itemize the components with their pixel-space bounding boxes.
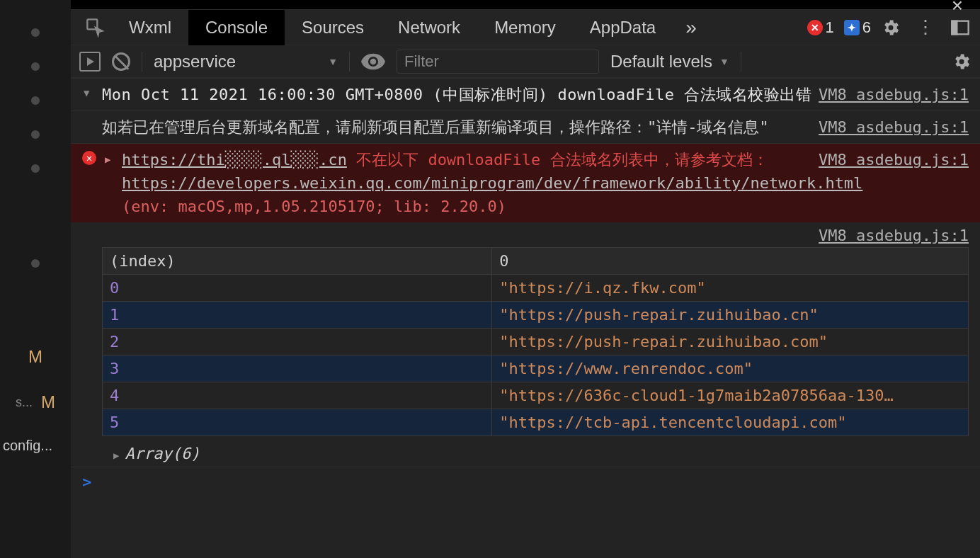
window-strip: × (71, 0, 980, 10)
console-toolbar: appservice Filter Default levels (71, 45, 980, 78)
error-icon: ✕ (82, 151, 96, 165)
console-prompt[interactable]: > (71, 467, 980, 496)
console-table: (index) 0 0"https://i.qz.fkw.com"1"https… (102, 247, 969, 436)
tab-wxml[interactable]: Wxml (112, 10, 188, 45)
file-config[interactable]: config... (0, 438, 52, 454)
table-row[interactable]: 5"https://tcb-api.tencentcloudapi.com" (103, 409, 969, 436)
tabs-overflow-icon[interactable]: » (673, 16, 710, 39)
gear-icon[interactable] (881, 18, 901, 38)
message-text: Mon Oct 11 2021 16:00:30 GMT+0800 (中国标准时… (102, 86, 811, 103)
source-link[interactable]: VM8 asdebug.js:1 (819, 148, 969, 171)
cell-index: 1 (103, 302, 492, 329)
cell-index: 2 (103, 329, 492, 355)
cell-index: 3 (103, 355, 492, 382)
dot-icon (31, 96, 40, 105)
svg-rect-2 (952, 21, 957, 34)
cell-value: "https://636c-cloud1-1g7maib2a07856aa-13… (492, 382, 969, 409)
dot-icon (31, 130, 40, 139)
tab-sources[interactable]: Sources (285, 10, 381, 45)
error-env: (env: macOS,mp,1.05.2105170; lib: 2.20.0… (122, 195, 969, 218)
message-text: 如若已在管理后台更新域名配置，请刷新项目配置后重新编译项目，操作路径："详情-域… (102, 118, 769, 136)
devtools-tabs: Wxml Console Sources Network Memory AppD… (71, 10, 980, 45)
console-message: VM8 asdebug.js:1 如若已在管理后台更新域名配置，请刷新项目配置后… (71, 110, 980, 143)
table-row[interactable]: 4"https://636c-cloud1-1g7maib2a07856aa-1… (103, 382, 969, 409)
tab-network[interactable]: Network (381, 10, 477, 45)
activity-bar: M s...M config... (0, 0, 71, 558)
dock-icon[interactable] (950, 18, 970, 38)
dot-icon (31, 28, 40, 37)
cell-index: 0 (103, 275, 492, 302)
table-header[interactable]: 0 (492, 248, 969, 275)
dot-icon (31, 62, 40, 71)
log-level-selector[interactable]: Default levels (610, 52, 729, 72)
gear-icon[interactable] (952, 52, 972, 72)
console-message: ▼ VM8 asdebug.js:1 Mon Oct 11 2021 16:00… (71, 78, 980, 110)
error-url[interactable]: https://thi░░░░.ql░░░.cn (122, 151, 347, 169)
cell-index: 4 (103, 382, 492, 409)
cell-value: "https://push-repair.zuihuibao.cn" (492, 302, 969, 329)
kebab-icon[interactable]: ⋮ (911, 16, 940, 38)
inspect-element-icon[interactable] (79, 11, 112, 44)
divider (741, 52, 741, 72)
info-count-badge[interactable]: ✦6 (844, 18, 871, 37)
file-row[interactable]: s...M (16, 392, 55, 412)
tab-console[interactable]: Console (188, 10, 285, 45)
cell-value: "https://www.renrendoc.com" (492, 355, 969, 382)
divider (349, 52, 350, 72)
clear-console-icon[interactable] (112, 52, 130, 71)
console-table-wrap: VM8 asdebug.js:1 (index) 0 0"https://i.q… (71, 222, 980, 440)
cell-value: "https://i.qz.fkw.com" (492, 275, 969, 302)
error-mid: 不在以下 downloadFile 合法域名列表中，请参考文档： (347, 151, 768, 169)
source-link[interactable]: VM8 asdebug.js:1 (819, 83, 969, 106)
table-row[interactable]: 0"https://i.qz.fkw.com" (103, 275, 969, 302)
table-row[interactable]: 3"https://www.renrendoc.com" (103, 355, 969, 382)
table-header[interactable]: (index) (103, 248, 492, 275)
tab-memory[interactable]: Memory (477, 10, 573, 45)
cell-value: "https://push-repair.zuihuibao.com" (492, 329, 969, 355)
chevron-right-icon[interactable]: ▶ (105, 152, 110, 167)
source-link[interactable]: VM8 asdebug.js:1 (819, 115, 969, 139)
dot-icon (31, 164, 40, 173)
source-link[interactable]: VM8 asdebug.js:1 (819, 227, 969, 244)
error-count-badge[interactable]: ✕1 (807, 18, 834, 37)
filter-input[interactable]: Filter (397, 50, 599, 74)
live-expression-icon[interactable] (361, 53, 385, 70)
tab-appdata[interactable]: AppData (573, 10, 673, 45)
array-summary[interactable]: Array(6) (71, 440, 980, 467)
error-doc-link[interactable]: https://developers.weixin.qq.com/minipro… (122, 174, 862, 192)
cell-value: "https://tcb-api.tencentcloudapi.com" (492, 409, 969, 436)
chevron-down-icon[interactable]: ▼ (84, 86, 89, 101)
cell-index: 5 (103, 409, 492, 436)
close-icon[interactable]: × (952, 0, 963, 17)
play-icon[interactable] (79, 52, 101, 72)
dot-icon (31, 259, 40, 268)
table-row[interactable]: 2"https://push-repair.zuihuibao.com" (103, 329, 969, 355)
context-selector[interactable]: appservice (154, 52, 338, 72)
divider (142, 52, 142, 72)
table-row[interactable]: 1"https://push-repair.zuihuibao.cn" (103, 302, 969, 329)
console-output: ▼ VM8 asdebug.js:1 Mon Oct 11 2021 16:00… (71, 78, 980, 558)
modified-marker: M (28, 347, 42, 367)
console-error: ✕ ▶ VM8 asdebug.js:1 https://thi░░░░.ql░… (71, 143, 980, 222)
